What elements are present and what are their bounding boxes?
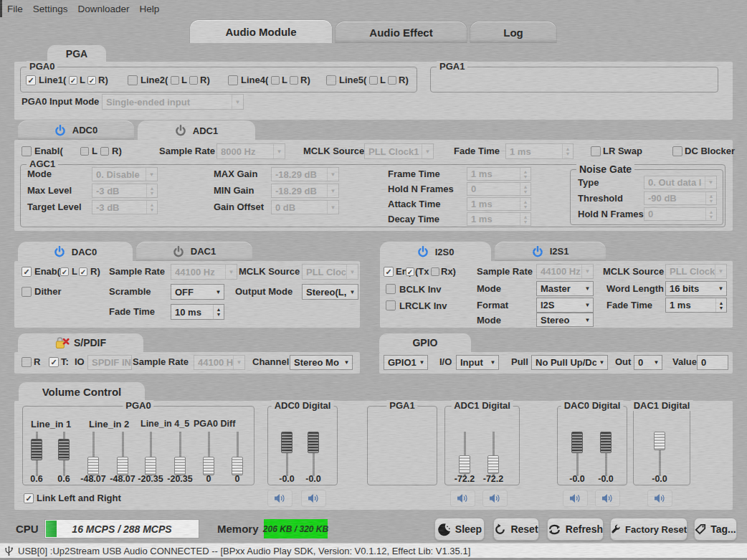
- mute-button[interactable]: [450, 490, 475, 507]
- i2s-fade-spinner[interactable]: 1 ms▲▼: [665, 298, 727, 313]
- menu-downloader[interactable]: Downloader: [78, 4, 130, 14]
- mute-button[interactable]: [563, 490, 588, 507]
- adc-fade-spinner[interactable]: 1 ms▲▼: [505, 143, 574, 159]
- link-lr-checkbox[interactable]: [24, 493, 34, 503]
- adc-l-checkbox[interactable]: [80, 147, 89, 156]
- mute-button[interactable]: [647, 490, 672, 507]
- i2s-sample-rate-select[interactable]: 44100 Hz▼: [536, 264, 594, 279]
- volume-slider-handle[interactable]: [31, 439, 42, 460]
- spinner-arrows-icon[interactable]: ▲▼: [705, 208, 716, 220]
- spinner-arrows-icon[interactable]: ▲▼: [146, 201, 157, 214]
- agc-mode-select[interactable]: 0. Disable▼: [92, 167, 158, 181]
- spdif-channel-select[interactable]: Stereo Mo▼: [290, 355, 353, 370]
- output-mode-select[interactable]: Stereo(L,▼: [302, 284, 358, 300]
- agc-min-gain-select[interactable]: -18.29 dB▼: [271, 184, 339, 198]
- adc-enable-checkbox[interactable]: [22, 146, 32, 156]
- factory-reset-button[interactable]: Factory Reset: [610, 518, 687, 541]
- noise-gate-hold-spinner[interactable]: 0▲▼: [644, 207, 717, 221]
- volume-slider-handle[interactable]: [654, 432, 665, 450]
- spinner-arrows-icon[interactable]: ▲▼: [715, 298, 726, 312]
- mute-button[interactable]: [301, 490, 326, 507]
- line2-l-checkbox[interactable]: [171, 76, 179, 85]
- mute-button[interactable]: [482, 490, 508, 507]
- sleep-button[interactable]: Sleep: [434, 518, 485, 541]
- pga0-input-mode-select[interactable]: Single-ended input▼: [102, 94, 244, 110]
- line5-checkbox[interactable]: [326, 75, 336, 85]
- bclk-inv-checkbox[interactable]: [386, 284, 396, 294]
- reset-button[interactable]: Reset: [493, 518, 539, 541]
- noise-gate-threshold-spinner[interactable]: -90 dB▲▼: [644, 191, 717, 205]
- line4-checkbox[interactable]: [228, 75, 238, 85]
- line1-r-checkbox[interactable]: [87, 76, 96, 85]
- gpio-pull-select[interactable]: No Pull Up/Dc▼: [531, 355, 608, 370]
- spinner-arrows-icon[interactable]: ▲▼: [520, 198, 530, 210]
- refresh-button[interactable]: Refresh: [547, 518, 604, 541]
- agc-max-gain-select[interactable]: -18.29 dB▼: [271, 167, 339, 181]
- tag-button[interactable]: Tag...: [694, 518, 737, 541]
- spdif-sample-rate-select[interactable]: 44100 H▼: [194, 355, 245, 370]
- gpio-io-select[interactable]: Input▼: [456, 355, 499, 370]
- spinner-arrows-icon[interactable]: ▲▼: [520, 183, 530, 195]
- agc-gain-offset-select[interactable]: 0 dB▼: [271, 200, 339, 214]
- noise-gate-type-select[interactable]: 0. Out data l▼: [644, 176, 717, 189]
- spdif-tx-checkbox[interactable]: [49, 357, 59, 367]
- spdif-io-field[interactable]: SPDIF IN: [87, 355, 132, 370]
- line4-r-checkbox[interactable]: [290, 76, 298, 85]
- dither-checkbox[interactable]: [22, 287, 32, 297]
- volume-slider-handle[interactable]: [281, 432, 292, 453]
- menu-settings[interactable]: Settings: [33, 4, 68, 14]
- tab-audio-module[interactable]: Audio Module: [189, 19, 333, 43]
- spinner-arrows-icon[interactable]: ▲▼: [705, 192, 716, 204]
- agc-target-level-spinner[interactable]: -3 dB▲▼: [92, 200, 158, 214]
- i2s-mode-select[interactable]: Master▼: [536, 281, 594, 296]
- volume-slider-handle[interactable]: [232, 457, 243, 475]
- adc-sample-rate-select[interactable]: 8000 Hz▼: [217, 143, 285, 159]
- tab-i2s1[interactable]: I2S1: [495, 242, 606, 261]
- volume-slider-handle[interactable]: [600, 432, 612, 453]
- gpio-value-field[interactable]: 0: [697, 355, 728, 370]
- i2s-tx-checkbox[interactable]: [406, 267, 414, 276]
- line2-checkbox[interactable]: [128, 75, 138, 85]
- agc-max-level-spinner[interactable]: -3 dB▲▼: [92, 184, 158, 198]
- tab-log[interactable]: Log: [470, 21, 557, 43]
- spinner-arrows-icon[interactable]: ▲▼: [562, 144, 573, 158]
- adc-mclk-select[interactable]: PLL Clock1▼: [364, 143, 434, 159]
- i2s-rx-checkbox[interactable]: [431, 267, 439, 276]
- tab-adc0[interactable]: ADC0: [18, 120, 134, 140]
- dac-r-checkbox[interactable]: [79, 267, 87, 276]
- spinner-arrows-icon[interactable]: ▲▼: [213, 305, 224, 319]
- mute-button[interactable]: [595, 490, 620, 507]
- tab-i2s0[interactable]: I2S0: [380, 242, 491, 262]
- dac-fade-spinner[interactable]: 10 ms▲▼: [171, 304, 224, 320]
- spdif-rx-checkbox[interactable]: [22, 357, 32, 367]
- word-length-select[interactable]: 16 bits▼: [665, 281, 727, 296]
- dac-enable-checkbox[interactable]: [22, 267, 32, 277]
- volume-slider-handle[interactable]: [459, 455, 470, 474]
- volume-slider-handle[interactable]: [117, 457, 128, 475]
- line1-checkbox[interactable]: [26, 75, 36, 85]
- i2s-channel-mode-select[interactable]: Stereo▼: [536, 313, 594, 327]
- gpio-out-select[interactable]: 0▼: [634, 355, 662, 370]
- dac-mclk-select[interactable]: PLL Clock▼: [302, 264, 358, 280]
- agc-frame-time-spinner[interactable]: 1 ms▲▼: [467, 167, 531, 181]
- volume-slider-handle[interactable]: [308, 432, 319, 453]
- line5-l-checkbox[interactable]: [369, 76, 378, 85]
- tab-audio-effect[interactable]: Audio Effect: [335, 21, 467, 43]
- volume-slider-handle[interactable]: [58, 439, 70, 460]
- adc-r-checkbox[interactable]: [100, 147, 109, 156]
- tab-dac0[interactable]: DAC0: [18, 242, 133, 262]
- menu-file[interactable]: File: [7, 4, 23, 14]
- spinner-arrows-icon[interactable]: ▲▼: [520, 213, 530, 225]
- mute-button[interactable]: [267, 490, 292, 507]
- i2s-mclk-select[interactable]: PLL Clock1▼: [665, 264, 727, 279]
- i2s-enable-checkbox[interactable]: [384, 267, 394, 277]
- spinner-arrows-icon[interactable]: ▲▼: [520, 168, 530, 180]
- dac-l-checkbox[interactable]: [60, 267, 69, 276]
- volume-slider-handle[interactable]: [87, 457, 99, 475]
- volume-slider-handle[interactable]: [487, 455, 499, 474]
- i2s-format-select[interactable]: I2S▼: [536, 298, 594, 313]
- spinner-arrows-icon[interactable]: ▲▼: [146, 184, 157, 197]
- scramble-select[interactable]: OFF▼: [171, 284, 224, 300]
- line1-l-checkbox[interactable]: [69, 76, 77, 85]
- gpio-pin-select[interactable]: GPIO1▼: [384, 355, 428, 370]
